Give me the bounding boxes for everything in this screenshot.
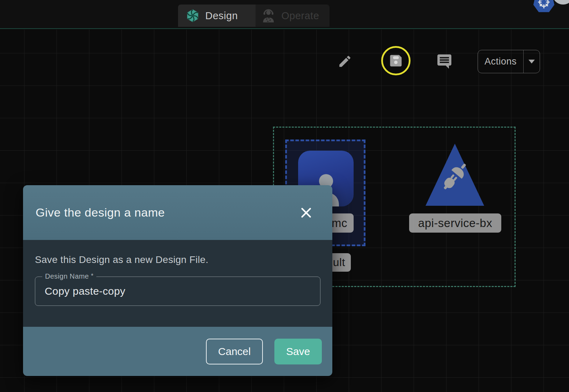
pencil-icon [338,54,352,69]
field-label-text: Design Name [45,272,89,280]
mode-tab-strip: Design Operate [178,5,330,27]
top-navigation-bar: Design Operate [0,0,569,29]
modal-footer: Cancel Save [23,327,332,376]
save-icon [388,53,404,68]
modal-header: Give the design a name [23,185,332,240]
chevron-down-icon [529,60,535,63]
tab-design-label: Design [205,10,238,22]
design-name-field[interactable]: Design Name * Copy paste-copy [35,277,320,306]
tab-operate[interactable]: Operate [256,5,330,27]
cancel-button[interactable]: Cancel [206,339,263,364]
actions-dropdown-toggle[interactable] [524,50,540,73]
close-button[interactable] [298,205,314,221]
operator-headset-icon [260,8,276,24]
design-name-input-value[interactable]: Copy paste-copy [35,285,125,297]
api-service-node[interactable] [426,144,484,206]
modal-title: Give the design a name [36,206,165,219]
comment-button[interactable] [435,52,454,71]
edit-button[interactable] [335,52,355,71]
actions-split-button[interactable]: Actions [478,50,540,73]
actions-button-label[interactable]: Actions [478,50,523,73]
kubernetes-context-icon[interactable] [533,0,555,13]
modal-description: Save this Design as a new Design File. [35,240,320,265]
tab-operate-label: Operate [281,10,319,22]
required-asterisk: * [91,272,94,279]
save-button-highlighted[interactable] [381,46,411,75]
save-confirm-button[interactable]: Save [274,339,322,364]
comment-icon [436,53,453,70]
app-window: Design Operate [0,0,569,392]
meshery-logo-icon [186,9,200,23]
save-design-modal: Give the design a name Save this Design … [23,185,332,376]
api-service-node-label[interactable]: api-service-bx [409,213,501,233]
design-name-field-label: Design Name * [42,272,96,280]
modal-body: Save this Design as a new Design File. D… [23,240,332,327]
tab-design[interactable]: Design [178,5,256,27]
